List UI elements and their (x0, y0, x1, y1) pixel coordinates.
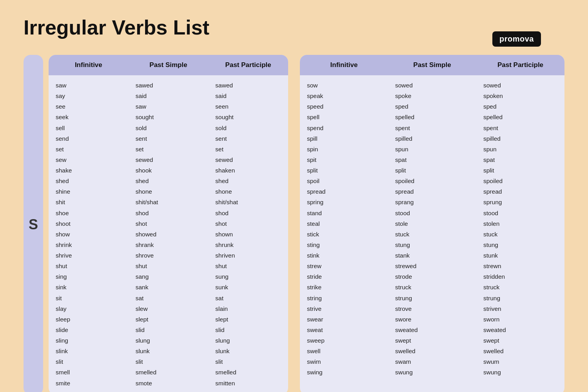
table-cell: sewed (215, 154, 284, 165)
table-cell: stood (395, 208, 472, 218)
table-cell: stridden (483, 271, 561, 282)
table-cell: sew (56, 154, 125, 165)
table-cell: spell (307, 112, 384, 122)
table-cell: stolen (483, 218, 561, 229)
right-header-past-simple: Past Simple (388, 55, 476, 75)
right-col-infinitive: sowspeakspeedspellspendspillspinspitspli… (300, 80, 388, 378)
table-cell: sweat (307, 325, 384, 335)
left-table-header: Infinitive Past Simple Past Participle (49, 55, 288, 75)
table-cell: smell (56, 367, 125, 377)
table-cell: sat (215, 293, 284, 303)
left-col-past-participle: sawedsaidseensoughtsoldsentsetsewedshake… (208, 80, 288, 388)
table-cell: slink (56, 346, 125, 356)
table-cell: shine (56, 186, 125, 197)
left-section: S Infinitive Past Simple Past Participle… (24, 55, 288, 392)
table-cell: sweep (307, 335, 384, 346)
table-cell: shoot (56, 218, 125, 229)
table-cell: said (215, 91, 284, 101)
table-cell: swung (483, 367, 561, 377)
table-cell: slid (215, 325, 284, 335)
table-cell: sink (56, 282, 125, 292)
table-cell: slew (136, 303, 205, 314)
table-cell: swell (307, 346, 384, 356)
table-cell: spelled (483, 112, 561, 122)
table-cell: sit (56, 293, 125, 303)
logo: promova (492, 31, 541, 47)
table-cell: stood (483, 208, 561, 218)
table-cell: spun (483, 144, 561, 154)
table-cell: speak (307, 91, 384, 101)
table-cell: set (56, 144, 125, 154)
right-header-past-participle: Past Participle (476, 55, 564, 75)
table-cell: shut (136, 261, 205, 271)
table-cell: spent (483, 123, 561, 133)
table-cell: strew (307, 261, 384, 271)
table-cell: shed (215, 176, 284, 186)
right-table-body: sowspeakspeedspellspendspillspinspitspli… (300, 75, 564, 384)
table-cell: stole (395, 218, 472, 229)
table-cell: shed (136, 176, 205, 186)
table-cell: sank (136, 282, 205, 292)
table-cell: string (307, 293, 384, 303)
table-cell: spin (307, 144, 384, 154)
right-header-infinitive: Infinitive (300, 55, 388, 75)
table-cell: show (56, 229, 125, 240)
table-cell: smote (136, 378, 205, 388)
table-cell: swung (395, 367, 472, 377)
table-cell: swore (395, 314, 472, 325)
table-cell: swim (307, 356, 384, 367)
table-cell: said (136, 91, 205, 101)
table-cell: strode (395, 271, 472, 282)
table-cell: sewed (136, 154, 205, 165)
table-cell: sent (136, 133, 205, 144)
table-cell: slit (215, 356, 284, 367)
right-table: Infinitive Past Simple Past Participle s… (300, 55, 564, 392)
table-cell: spread (483, 186, 561, 197)
table-cell: spoke (395, 91, 472, 101)
table-cell: swept (395, 335, 472, 346)
table-cell: set (136, 144, 205, 154)
table-cell: spoiled (395, 176, 472, 186)
table-cell: sleep (56, 314, 125, 325)
table-cell: spilled (483, 133, 561, 144)
table-cell: struck (395, 282, 472, 292)
table-cell: sought (136, 112, 205, 122)
table-cell: striven (483, 303, 561, 314)
table-cell: split (395, 165, 472, 176)
table-cell: swear (307, 314, 384, 325)
right-table-header: Infinitive Past Simple Past Participle (300, 55, 564, 75)
table-cell: sprang (395, 197, 472, 207)
table-cell: stink (307, 250, 384, 261)
table-cell: slunk (215, 346, 284, 356)
table-cell: shod (215, 208, 284, 218)
table-cell: sawed (215, 80, 284, 91)
table-cell: sent (215, 133, 284, 144)
table-cell: sow (307, 80, 384, 91)
table-cell: speed (307, 101, 384, 112)
table-cell: swum (483, 356, 561, 367)
table-cell: strung (483, 293, 561, 303)
table-cell: slept (136, 314, 205, 325)
table-cell: strove (395, 303, 472, 314)
table-cell: shrank (136, 240, 205, 250)
table-cell: sprung (483, 197, 561, 207)
table-cell: spat (395, 154, 472, 165)
table-cell: stuck (395, 229, 472, 240)
table-cell: swam (395, 356, 472, 367)
table-cell: steal (307, 218, 384, 229)
table-cell: showed (136, 229, 205, 240)
table-cell: slit (56, 356, 125, 367)
table-cell: spun (395, 144, 472, 154)
table-cell: see (56, 101, 125, 112)
table-cell: sling (56, 335, 125, 346)
table-cell: slain (215, 303, 284, 314)
table-cell: slunk (136, 346, 205, 356)
table-cell: spilled (395, 133, 472, 144)
table-cell: shaken (215, 165, 284, 176)
table-cell: saw (56, 80, 125, 91)
table-cell: spit (307, 154, 384, 165)
table-cell: spent (395, 123, 472, 133)
table-cell: strewed (395, 261, 472, 271)
table-cell: shod (136, 208, 205, 218)
table-cell: sung (215, 271, 284, 282)
